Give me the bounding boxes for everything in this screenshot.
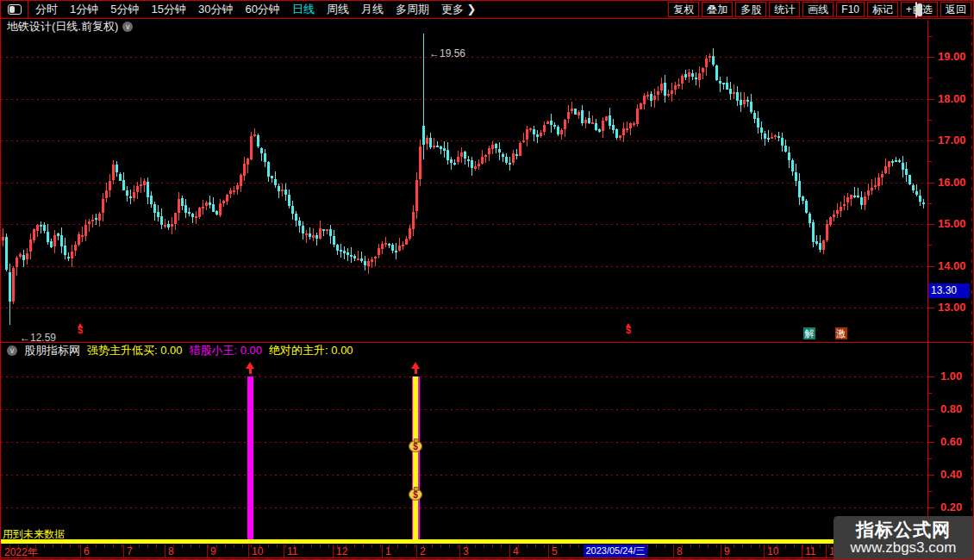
month-label: 12: [336, 545, 347, 557]
candle-body: [202, 207, 204, 208]
candle-body: [640, 103, 642, 109]
candle-body: [743, 100, 746, 104]
toolbar-button-统计[interactable]: 统计: [769, 2, 800, 17]
candle-body: [74, 245, 77, 251]
candle-body: [795, 172, 797, 182]
candle-body: [712, 56, 715, 65]
candle-body: [481, 157, 484, 164]
candle-body: [822, 240, 825, 250]
candle-body: [312, 235, 315, 239]
toolbar-button-返回[interactable]: 返回: [940, 2, 971, 17]
month-separator: [721, 544, 721, 557]
period-tab-10[interactable]: 多周期: [396, 2, 429, 17]
candle-body: [271, 176, 273, 177]
chevron-down-icon[interactable]: ∨: [7, 345, 17, 356]
candle-body: [729, 89, 732, 94]
candle-body: [491, 145, 494, 149]
period-tab-3[interactable]: 5分钟: [110, 2, 139, 17]
candle-body: [257, 135, 259, 146]
month-label: 6: [84, 545, 90, 557]
candle-body: [281, 190, 284, 191]
candle: [537, 130, 538, 143]
candle-body: [16, 258, 18, 267]
axis-tick: [928, 183, 934, 184]
period-tab-2[interactable]: 1分钟: [70, 2, 98, 17]
candle: [816, 235, 817, 246]
future-data-note: 用到未来数据: [3, 527, 65, 542]
event-badge-激[interactable]: 激: [835, 327, 847, 339]
month-label: 11: [805, 545, 815, 557]
month-label: 5: [552, 545, 558, 557]
candle-body: [746, 100, 749, 102]
candle-body: [605, 116, 608, 121]
signal-bar: [247, 376, 253, 540]
layout-toggle-button[interactable]: [1, 1, 28, 18]
month-separator: [165, 544, 165, 557]
toolbar-button-标记[interactable]: 标记: [867, 2, 898, 17]
month-separator: [802, 544, 802, 557]
candle-body: [302, 226, 304, 233]
candlestick-chart[interactable]: ←19.56 ←12.59 $$解激: [1, 20, 927, 342]
candle-body: [588, 118, 590, 123]
period-tab-9[interactable]: 月线: [361, 2, 384, 17]
candle-body: [253, 134, 256, 136]
toolbar-button-画线[interactable]: 画线: [802, 2, 834, 17]
event-badge-解[interactable]: 解: [803, 327, 815, 339]
candle-body: [581, 110, 584, 122]
candle-body: [471, 160, 473, 168]
axis-right-ticks: [971, 22, 972, 542]
candle-body: [315, 235, 318, 239]
price-tick-label: 16.00: [938, 176, 966, 189]
toolbar-button-多股[interactable]: 多股: [735, 2, 766, 17]
candle-body: [5, 237, 8, 270]
candle-body: [622, 128, 625, 135]
panel-window-icon[interactable]: [915, 3, 917, 18]
candle-body: [602, 121, 604, 131]
candle-body: [198, 208, 201, 217]
toolbar-button-叠加[interactable]: 叠加: [702, 2, 733, 17]
candle-body: [378, 248, 380, 255]
candle-body: [412, 212, 415, 229]
period-tab-4[interactable]: 15分钟: [151, 2, 185, 17]
candle-body: [178, 199, 180, 212]
candle: [385, 237, 386, 247]
candle: [768, 130, 769, 142]
period-tab-5[interactable]: 30分钟: [198, 2, 233, 17]
candle-body: [560, 130, 563, 134]
toolbar-button-F10[interactable]: F10: [836, 2, 865, 17]
period-tab-11[interactable]: 更多 ❯: [441, 2, 477, 17]
candle-body: [164, 225, 166, 227]
candle-body: [726, 83, 728, 90]
period-tab-8[interactable]: 周线: [327, 2, 349, 17]
candle-body: [567, 112, 570, 119]
candle: [306, 230, 307, 243]
date-axis[interactable]: 2023/05/24/三 2022年6789101112123458910111…: [1, 544, 974, 558]
axis-tick: [928, 99, 934, 100]
candle: [882, 171, 883, 185]
signal-bar: [413, 376, 418, 540]
candle-body: [474, 166, 477, 169]
candle-body: [908, 175, 911, 184]
candle-body: [402, 245, 404, 246]
month-label: 10: [767, 545, 778, 557]
indicator-tick-label: 0.20: [940, 501, 962, 513]
candle-body: [536, 134, 539, 136]
candle-body: [364, 261, 366, 264]
candle-body: [505, 157, 508, 163]
indicator-chart[interactable]: $$: [1, 358, 927, 544]
candle-body: [578, 112, 580, 116]
candle-body: [195, 216, 197, 218]
period-tab-1[interactable]: 分时: [35, 2, 58, 17]
toolbar-button-复权[interactable]: 复权: [668, 2, 699, 17]
axis-tick: [928, 491, 932, 492]
candle-body: [422, 126, 425, 145]
price-tick-label: 17.00: [938, 134, 966, 146]
candle-body: [777, 136, 780, 138]
window-split-icon: [8, 4, 22, 15]
candle-body: [667, 94, 670, 96]
month-label: 8: [677, 545, 683, 557]
axis-tick: [928, 266, 934, 267]
candle-body: [250, 136, 253, 159]
period-tab-7[interactable]: 日线: [292, 2, 315, 17]
period-tab-6[interactable]: 60分钟: [245, 2, 279, 17]
